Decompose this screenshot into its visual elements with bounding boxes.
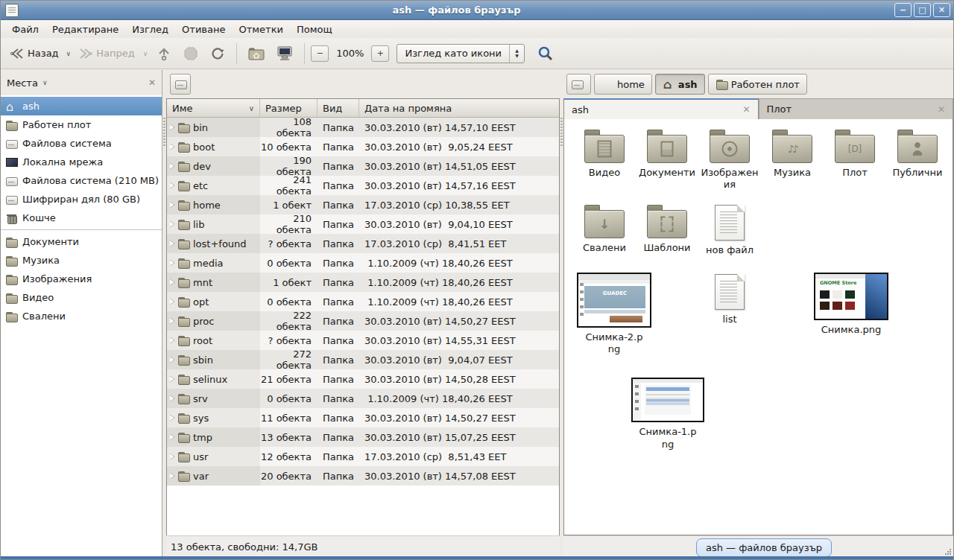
sidebar-item[interactable]: Музика [1,251,162,270]
table-row[interactable]: lost+found ? обекта Папка 17.03.2010 (ср… [167,234,559,253]
expander-icon[interactable] [170,221,174,227]
file-icon-item[interactable]: Музика [761,128,824,179]
table-row[interactable]: boot 10 обекта Папка 30.03.2010 (вт) 9,0… [167,137,559,156]
table-row[interactable]: sbin 272 обекта Папка 30.03.2010 (вт) 9,… [167,350,559,369]
expander-icon[interactable] [170,279,174,285]
table-row[interactable]: etc 241 обекта Папка 30.03.2010 (вт) 14,… [167,176,559,195]
minimize-button[interactable]: − [894,3,912,17]
column-header-size[interactable]: Размер [260,99,318,117]
sidebar-item[interactable]: Локална мрежа [1,153,162,171]
zoom-out-button[interactable]: − [311,45,329,62]
tab[interactable]: Плот ✕ [759,98,954,119]
menu-item[interactable]: Отиване [175,22,232,37]
expander-icon[interactable] [170,163,174,169]
sidebar-item[interactable]: Работен плот [1,115,162,134]
root-location-button[interactable] [170,74,191,95]
expander-icon[interactable] [170,376,174,382]
search-button[interactable] [532,41,559,66]
table-row[interactable]: root ? обекта Папка 30.03.2010 (вт) 14,5… [167,331,559,350]
pane-splitter[interactable] [162,70,166,557]
forward-button[interactable]: Напред [74,43,139,64]
table-row[interactable]: home 1 обект Папка 17.03.2010 (ср) 10,38… [167,195,559,214]
expander-icon[interactable] [170,260,174,266]
stop-button[interactable] [178,42,203,66]
expander-icon[interactable] [170,144,174,150]
sidebar-item[interactable]: Изображения [1,270,162,288]
file-icon-item[interactable]: Изображения [698,128,761,191]
breadcrumb-button[interactable]: ash [655,74,705,95]
sidebar-item[interactable]: Свалени [1,307,162,325]
table-row[interactable]: bin 108 обекта Папка 30.03.2010 (вт) 14,… [167,118,559,137]
expander-icon[interactable] [170,434,174,440]
table-row[interactable]: srv 0 обекта Папка 1.10.2009 (чт) 18,40,… [167,389,559,408]
file-icon-item[interactable]: GUADEC Снимка-2.png [573,273,655,356]
table-row[interactable]: media 0 обекта Папка 1.10.2009 (чт) 18,4… [167,253,559,273]
column-header-type[interactable]: Вид [318,99,359,117]
column-header-name[interactable]: Име ∨ [167,99,260,117]
file-icon-item[interactable]: Документи [636,128,698,179]
expander-icon[interactable] [170,454,174,459]
title-bar[interactable]: ash — файлов браузър − □ ✕ [1,1,953,20]
view-mode-spinner[interactable]: ▲ ▼ [509,45,524,63]
expander-icon[interactable] [170,182,174,188]
menu-item[interactable]: Помощ [290,22,339,37]
sidebar-title[interactable]: Места [7,77,38,89]
view-mode-select[interactable]: Изглед като икони ▲ ▼ [397,44,525,63]
breadcrumb-button[interactable] [566,74,591,95]
maximize-button[interactable]: □ [914,3,931,17]
sidebar-item[interactable]: ash [1,97,162,115]
table-row[interactable]: tmp 13 обекта Папка 30.03.2010 (вт) 15,0… [167,427,559,447]
sidebar-close-icon[interactable]: ✕ [148,77,156,88]
file-icon-item[interactable]: Шаблони [636,203,698,254]
menu-item[interactable]: Файл [5,22,45,37]
file-icon-item[interactable]: нов файл [698,203,761,256]
sidebar-item[interactable]: Видео [1,288,162,307]
tab-close-icon[interactable]: ✕ [742,104,750,115]
sidebar-item[interactable]: Шифриран дял (80 GB) [1,190,162,209]
breadcrumb-button[interactable]: home [594,74,652,95]
expander-icon[interactable] [170,357,174,363]
expander-icon[interactable] [170,337,174,343]
expander-icon[interactable] [170,415,174,421]
pane-splitter-2[interactable] [560,70,563,557]
table-row[interactable]: lib 210 обекта Папка 30.03.2010 (вт) 9,0… [167,214,559,234]
table-row[interactable]: dev 190 обекта Папка 30.03.2010 (вт) 14,… [167,156,559,176]
breadcrumb-button[interactable]: Работен плот [708,74,807,95]
sidebar-item[interactable]: Файлова система (210 MB) [1,171,162,190]
table-row[interactable]: usr 12 обекта Папка 17.03.2010 (ср) 8,51… [167,447,559,466]
expander-icon[interactable] [170,318,174,324]
close-button[interactable]: ✕ [933,3,950,17]
table-row[interactable]: proc 222 обекта Папка 30.03.2010 (вт) 14… [167,311,559,331]
up-button[interactable] [151,42,177,66]
file-icon-item[interactable]: Публични [886,128,949,179]
table-row[interactable]: sys 11 обекта Папка 30.03.2010 (вт) 14,5… [167,408,559,427]
menu-item[interactable]: Редактиране [45,22,125,37]
expander-icon[interactable] [170,299,174,305]
sidebar-selector-caret[interactable]: ∨ [41,79,49,86]
file-icon-item[interactable]: Видео [573,128,636,179]
reload-button[interactable] [205,42,230,66]
file-icon-item[interactable]: Снимка-1.png [627,378,709,451]
tab-close-icon[interactable]: ✕ [938,104,945,115]
table-row[interactable]: selinux 21 обекта Папка 30.03.2010 (вт) … [167,369,559,389]
sidebar-item[interactable]: Документи [1,232,162,251]
home-button[interactable] [243,42,270,65]
menu-item[interactable]: Отметки [232,22,289,37]
file-icon-item[interactable]: Свалени [573,203,636,254]
computer-button[interactable] [271,42,298,66]
forward-history-dropdown[interactable]: ∨ [141,49,151,58]
sidebar-item[interactable]: Кошче [1,209,162,227]
file-icon-item[interactable]: Плот [824,128,886,179]
menu-item[interactable]: Изглед [125,22,175,37]
column-header-date[interactable]: Дата на промяна [359,99,559,117]
expander-icon[interactable] [170,241,174,246]
expander-icon[interactable] [170,395,174,401]
file-icon-item[interactable]: list [701,273,758,325]
file-icon-item[interactable]: GNOME Store Снимка.png [810,273,892,336]
tab[interactable]: ash ✕ [563,98,759,119]
sidebar-item[interactable]: Файлова система [1,134,162,153]
table-row[interactable]: mnt 1 обект Папка 1.10.2009 (чт) 18,40,2… [167,273,559,292]
back-button[interactable]: Назад [5,43,63,64]
table-row[interactable]: opt 0 обекта Папка 1.10.2009 (чт) 18,40,… [167,292,559,311]
expander-icon[interactable] [170,202,174,208]
